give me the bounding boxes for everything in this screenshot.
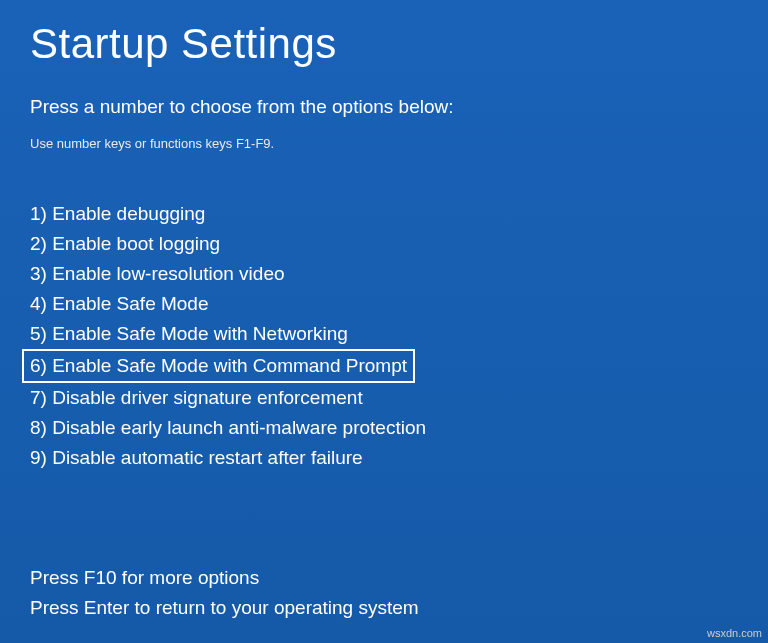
option-3[interactable]: 3) Enable low-resolution video (30, 259, 738, 289)
startup-settings-screen: Startup Settings Press a number to choos… (0, 0, 768, 643)
key-hint: Use number keys or functions keys F1-F9. (30, 136, 738, 151)
option-9[interactable]: 9) Disable automatic restart after failu… (30, 443, 738, 473)
options-list: 1) Enable debugging2) Enable boot loggin… (30, 199, 738, 473)
watermark: wsxdn.com (707, 627, 762, 639)
option-5[interactable]: 5) Enable Safe Mode with Networking (30, 319, 738, 349)
page-title: Startup Settings (30, 20, 738, 68)
footer-more-options: Press F10 for more options (30, 563, 738, 593)
option-7[interactable]: 7) Disable driver signature enforcement (30, 383, 738, 413)
option-1[interactable]: 1) Enable debugging (30, 199, 738, 229)
option-8[interactable]: 8) Disable early launch anti-malware pro… (30, 413, 738, 443)
option-6[interactable]: 6) Enable Safe Mode with Command Prompt (22, 349, 415, 383)
option-4[interactable]: 4) Enable Safe Mode (30, 289, 738, 319)
option-2[interactable]: 2) Enable boot logging (30, 229, 738, 259)
subtitle: Press a number to choose from the option… (30, 96, 738, 118)
footer-return: Press Enter to return to your operating … (30, 593, 738, 623)
